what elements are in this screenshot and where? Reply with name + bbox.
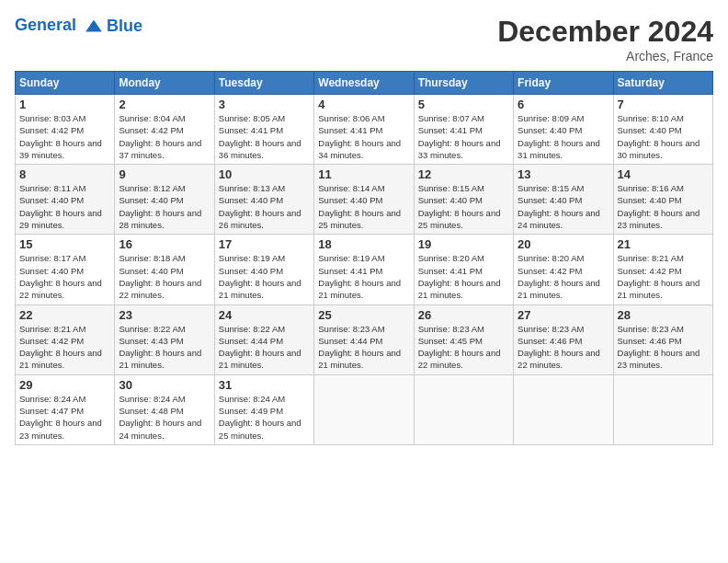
calendar-cell: 2Sunrise: 8:04 AMSunset: 4:42 PMDaylight… — [115, 95, 214, 165]
logo-blue: Blue — [107, 17, 142, 36]
day-number: 13 — [518, 167, 609, 181]
day-number: 30 — [119, 378, 210, 392]
calendar-cell: 19Sunrise: 8:20 AMSunset: 4:41 PMDayligh… — [414, 235, 513, 304]
calendar-cell: 27Sunrise: 8:23 AMSunset: 4:46 PMDayligh… — [514, 304, 613, 374]
day-number: 5 — [418, 98, 509, 111]
logo-general: General — [15, 16, 76, 34]
day-number: 19 — [418, 237, 509, 251]
day-number: 16 — [119, 237, 210, 251]
day-number: 11 — [318, 167, 409, 181]
day-detail: Sunrise: 8:15 AMSunset: 4:40 PMDaylight:… — [518, 182, 609, 231]
day-detail: Sunrise: 8:22 AMSunset: 4:43 PMDaylight:… — [119, 323, 210, 372]
day-detail: Sunrise: 8:07 AMSunset: 4:41 PMDaylight:… — [418, 112, 509, 161]
day-detail: Sunrise: 8:24 AMSunset: 4:47 PMDaylight:… — [19, 393, 110, 442]
calendar-cell: 9Sunrise: 8:12 AMSunset: 4:40 PMDaylight… — [115, 165, 214, 235]
calendar-cell: 14Sunrise: 8:16 AMSunset: 4:40 PMDayligh… — [613, 165, 712, 235]
day-number: 9 — [119, 167, 210, 181]
calendar-cell: 31Sunrise: 8:24 AMSunset: 4:49 PMDayligh… — [214, 374, 313, 444]
day-number: 17 — [219, 237, 310, 251]
calendar-cell — [414, 374, 513, 444]
day-number: 7 — [618, 98, 709, 111]
weekday-header: Tuesday — [214, 72, 313, 95]
calendar-cell: 25Sunrise: 8:23 AMSunset: 4:44 PMDayligh… — [314, 304, 414, 374]
calendar-cell: 4Sunrise: 8:06 AMSunset: 4:41 PMDaylight… — [314, 95, 414, 165]
calendar-cell: 29Sunrise: 8:24 AMSunset: 4:47 PMDayligh… — [16, 374, 115, 444]
day-number: 20 — [518, 237, 609, 251]
calendar-cell: 30Sunrise: 8:24 AMSunset: 4:48 PMDayligh… — [115, 374, 214, 444]
day-detail: Sunrise: 8:12 AMSunset: 4:40 PMDaylight:… — [119, 182, 210, 231]
day-detail: Sunrise: 8:16 AMSunset: 4:40 PMDaylight:… — [618, 182, 709, 231]
day-detail: Sunrise: 8:18 AMSunset: 4:40 PMDaylight:… — [119, 252, 210, 301]
day-number: 10 — [219, 167, 310, 181]
calendar-cell: 22Sunrise: 8:21 AMSunset: 4:42 PMDayligh… — [16, 304, 115, 374]
page-container: General Blue December 2024 Arches, Franc… — [0, 0, 728, 453]
calendar-cell: 16Sunrise: 8:18 AMSunset: 4:40 PMDayligh… — [115, 235, 214, 304]
day-number: 6 — [518, 98, 609, 111]
day-number: 26 — [418, 308, 509, 322]
day-detail: Sunrise: 8:23 AMSunset: 4:44 PMDaylight:… — [318, 323, 409, 372]
header: General Blue December 2024 Arches, Franc… — [15, 15, 713, 63]
calendar-cell: 15Sunrise: 8:17 AMSunset: 4:40 PMDayligh… — [16, 235, 115, 304]
calendar-week-row: 8Sunrise: 8:11 AMSunset: 4:40 PMDaylight… — [16, 165, 713, 235]
logo-icon — [83, 15, 105, 37]
day-detail: Sunrise: 8:14 AMSunset: 4:40 PMDaylight:… — [318, 182, 409, 231]
calendar-cell: 3Sunrise: 8:05 AMSunset: 4:41 PMDaylight… — [214, 95, 313, 165]
calendar-cell: 21Sunrise: 8:21 AMSunset: 4:42 PMDayligh… — [613, 235, 712, 304]
calendar-cell: 5Sunrise: 8:07 AMSunset: 4:41 PMDaylight… — [414, 95, 513, 165]
day-detail: Sunrise: 8:23 AMSunset: 4:46 PMDaylight:… — [518, 323, 609, 372]
calendar-cell: 1Sunrise: 8:03 AMSunset: 4:42 PMDaylight… — [16, 95, 115, 165]
calendar-week-row: 29Sunrise: 8:24 AMSunset: 4:47 PMDayligh… — [16, 374, 713, 444]
day-number: 24 — [219, 308, 310, 322]
calendar-subtitle: Arches, France — [497, 49, 713, 63]
calendar-week-row: 15Sunrise: 8:17 AMSunset: 4:40 PMDayligh… — [16, 235, 713, 304]
day-detail: Sunrise: 8:19 AMSunset: 4:40 PMDaylight:… — [219, 252, 310, 301]
day-detail: Sunrise: 8:09 AMSunset: 4:40 PMDaylight:… — [518, 112, 609, 161]
day-number: 3 — [219, 98, 310, 111]
weekday-header: Wednesday — [314, 72, 414, 95]
day-number: 29 — [19, 378, 110, 392]
calendar-cell — [613, 374, 712, 444]
calendar-cell: 24Sunrise: 8:22 AMSunset: 4:44 PMDayligh… — [214, 304, 313, 374]
calendar-cell: 8Sunrise: 8:11 AMSunset: 4:40 PMDaylight… — [16, 165, 115, 235]
calendar-cell: 12Sunrise: 8:15 AMSunset: 4:40 PMDayligh… — [414, 165, 513, 235]
day-number: 14 — [618, 167, 709, 181]
day-number: 31 — [219, 378, 310, 392]
calendar-cell — [514, 374, 613, 444]
day-number: 8 — [19, 167, 110, 181]
weekday-header-row: SundayMondayTuesdayWednesdayThursdayFrid… — [16, 72, 713, 95]
logo: General Blue — [15, 15, 142, 37]
day-detail: Sunrise: 8:15 AMSunset: 4:40 PMDaylight:… — [418, 182, 509, 231]
day-detail: Sunrise: 8:24 AMSunset: 4:49 PMDaylight:… — [219, 393, 310, 442]
day-detail: Sunrise: 8:17 AMSunset: 4:40 PMDaylight:… — [19, 252, 110, 301]
day-number: 12 — [418, 167, 509, 181]
day-detail: Sunrise: 8:19 AMSunset: 4:41 PMDaylight:… — [318, 252, 409, 301]
day-detail: Sunrise: 8:23 AMSunset: 4:45 PMDaylight:… — [418, 323, 509, 372]
day-detail: Sunrise: 8:04 AMSunset: 4:42 PMDaylight:… — [119, 112, 210, 161]
calendar-cell: 7Sunrise: 8:10 AMSunset: 4:40 PMDaylight… — [613, 95, 712, 165]
day-detail: Sunrise: 8:20 AMSunset: 4:41 PMDaylight:… — [418, 252, 509, 301]
calendar-cell: 10Sunrise: 8:13 AMSunset: 4:40 PMDayligh… — [214, 165, 313, 235]
svg-marker-0 — [85, 20, 102, 32]
day-number: 28 — [618, 308, 709, 322]
title-block: December 2024 Arches, France — [497, 15, 713, 63]
calendar-cell: 28Sunrise: 8:23 AMSunset: 4:46 PMDayligh… — [613, 304, 712, 374]
calendar-cell — [314, 374, 414, 444]
day-number: 18 — [318, 237, 409, 251]
day-number: 23 — [119, 308, 210, 322]
weekday-header: Sunday — [16, 72, 115, 95]
calendar-cell: 18Sunrise: 8:19 AMSunset: 4:41 PMDayligh… — [314, 235, 414, 304]
calendar-week-row: 1Sunrise: 8:03 AMSunset: 4:42 PMDaylight… — [16, 95, 713, 165]
day-detail: Sunrise: 8:23 AMSunset: 4:46 PMDaylight:… — [618, 323, 709, 372]
weekday-header: Monday — [115, 72, 214, 95]
calendar-cell: 6Sunrise: 8:09 AMSunset: 4:40 PMDaylight… — [514, 95, 613, 165]
day-detail: Sunrise: 8:21 AMSunset: 4:42 PMDaylight:… — [19, 323, 110, 372]
calendar-cell: 23Sunrise: 8:22 AMSunset: 4:43 PMDayligh… — [115, 304, 214, 374]
day-detail: Sunrise: 8:20 AMSunset: 4:42 PMDaylight:… — [518, 252, 609, 301]
calendar-cell: 13Sunrise: 8:15 AMSunset: 4:40 PMDayligh… — [514, 165, 613, 235]
calendar-cell: 11Sunrise: 8:14 AMSunset: 4:40 PMDayligh… — [314, 165, 414, 235]
day-detail: Sunrise: 8:22 AMSunset: 4:44 PMDaylight:… — [219, 323, 310, 372]
day-number: 27 — [518, 308, 609, 322]
day-detail: Sunrise: 8:21 AMSunset: 4:42 PMDaylight:… — [618, 252, 709, 301]
day-number: 22 — [19, 308, 110, 322]
day-detail: Sunrise: 8:24 AMSunset: 4:48 PMDaylight:… — [119, 393, 210, 442]
